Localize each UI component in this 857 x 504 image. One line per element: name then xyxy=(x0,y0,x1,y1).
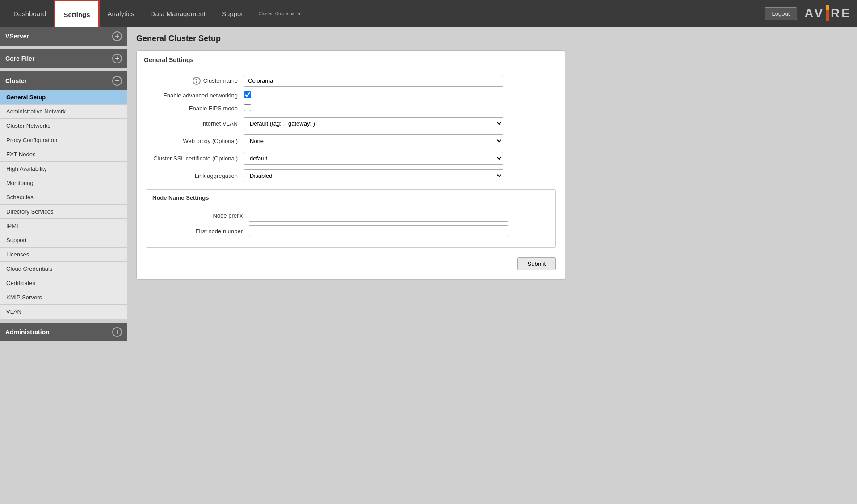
sidebar-item-schedules[interactable]: Schedules xyxy=(0,190,127,205)
sidebar-item-proxy-configuration[interactable]: Proxy Configuration xyxy=(0,133,127,147)
first-node-number-control[interactable] xyxy=(249,225,508,237)
top-bar-right: Logout AV RE xyxy=(765,5,852,21)
sidebar-item-certificates[interactable]: Certificates xyxy=(0,276,127,290)
node-prefix-row: Node prefix xyxy=(151,210,551,222)
administration-label: Administration xyxy=(5,328,50,336)
sidebar-item-cloud-credentials[interactable]: Cloud Credentials xyxy=(0,262,127,276)
sidebar-item-vlan[interactable]: VLAN xyxy=(0,305,127,319)
enable-fips-checkbox[interactable] xyxy=(244,104,251,111)
cluster-name-input[interactable] xyxy=(244,75,503,87)
node-prefix-input[interactable] xyxy=(249,210,508,222)
first-node-number-label: First node number xyxy=(151,228,249,235)
tab-dashboard[interactable]: Dashboard xyxy=(5,0,54,27)
ssl-cert-label: Cluster SSL certificate (Optional) xyxy=(146,155,244,162)
main-content: General Cluster Setup General Settings ?… xyxy=(127,27,857,504)
sidebar-item-support[interactable]: Support xyxy=(0,233,127,248)
cluster-name-help-icon[interactable]: ? xyxy=(193,77,201,85)
enable-advanced-networking-row: Enable advanced networking xyxy=(146,91,556,100)
enable-advanced-networking-label: Enable advanced networking xyxy=(146,92,244,99)
logo-bar xyxy=(826,5,829,21)
sidebar-item-licenses[interactable]: Licenses xyxy=(0,248,127,262)
administration-expand-icon: + xyxy=(112,327,122,337)
sidebar-section-cluster[interactable]: Cluster − xyxy=(0,71,127,90)
general-settings-title: General Settings xyxy=(137,51,565,68)
sidebar-item-cluster-networks[interactable]: Cluster Networks xyxy=(0,119,127,133)
cluster-selector[interactable]: Cluster: Colorama ▼ xyxy=(253,11,307,16)
ssl-cert-select[interactable]: default xyxy=(244,152,503,165)
sidebar-item-general-setup[interactable]: General Setup xyxy=(0,90,127,105)
logo-av: AV xyxy=(804,6,824,21)
enable-fips-control xyxy=(244,104,503,113)
tab-analytics[interactable]: Analytics xyxy=(100,0,143,27)
link-aggregation-control[interactable]: Disabled xyxy=(244,169,503,182)
sidebar-item-monitoring[interactable]: Monitoring xyxy=(0,176,127,190)
sidebar-item-kmip-servers[interactable]: KMIP Servers xyxy=(0,290,127,305)
enable-advanced-networking-checkbox[interactable] xyxy=(244,91,251,98)
sidebar-item-administrative-network[interactable]: Administrative Network xyxy=(0,105,127,119)
sidebar-section-administration[interactable]: Administration + xyxy=(0,323,127,341)
link-aggregation-row: Link aggregation Disabled xyxy=(146,169,556,182)
avere-logo: AV RE xyxy=(804,5,852,21)
node-name-settings-section: Node Name Settings Node prefix First nod… xyxy=(146,189,556,248)
sidebar-item-directory-services[interactable]: Directory Services xyxy=(0,205,127,219)
link-aggregation-label: Link aggregation xyxy=(146,172,244,179)
logo-re: RE xyxy=(831,6,852,21)
internet-vlan-label: Internet VLAN xyxy=(146,120,244,127)
core-filer-expand-icon: + xyxy=(112,54,122,63)
enable-fips-row: Enable FIPS mode xyxy=(146,104,556,113)
logout-button[interactable]: Logout xyxy=(765,7,798,20)
chevron-down-icon: ▼ xyxy=(297,11,302,16)
nav-tabs: Dashboard Settings Analytics Data Manage… xyxy=(5,0,307,28)
ssl-cert-control[interactable]: default xyxy=(244,152,503,165)
web-proxy-row: Web proxy (Optional) None xyxy=(146,134,556,147)
ssl-cert-row: Cluster SSL certificate (Optional) defau… xyxy=(146,152,556,165)
cluster-name-row: ? Cluster name xyxy=(146,75,556,87)
internet-vlan-select[interactable]: Default (tag: -, gateway: ) xyxy=(244,117,503,130)
internet-vlan-row: Internet VLAN Default (tag: -, gateway: … xyxy=(146,117,556,130)
web-proxy-control[interactable]: None xyxy=(244,134,503,147)
vserver-expand-icon: + xyxy=(112,31,122,41)
sidebar: VServer + Core Filer + Cluster − General… xyxy=(0,27,127,504)
node-prefix-label: Node prefix xyxy=(151,212,249,219)
core-filer-label: Core Filer xyxy=(5,55,34,62)
sidebar-section-core-filer[interactable]: Core Filer + xyxy=(0,49,127,68)
page-title: General Cluster Setup xyxy=(136,34,848,43)
sidebar-item-fxt-nodes[interactable]: FXT Nodes xyxy=(0,147,127,162)
submit-row: Submit xyxy=(137,252,565,270)
node-prefix-control[interactable] xyxy=(249,210,508,222)
sidebar-item-high-availability[interactable]: High Availability xyxy=(0,162,127,176)
sidebar-item-ipmi[interactable]: IPMI xyxy=(0,219,127,233)
first-node-number-input[interactable] xyxy=(249,225,508,237)
link-aggregation-select[interactable]: Disabled xyxy=(244,169,503,182)
enable-fips-label: Enable FIPS mode xyxy=(146,105,244,112)
internet-vlan-control[interactable]: Default (tag: -, gateway: ) xyxy=(244,117,503,130)
web-proxy-label: Web proxy (Optional) xyxy=(146,138,244,144)
cluster-selector-label: Cluster: Colorama xyxy=(259,11,295,16)
web-proxy-select[interactable]: None xyxy=(244,134,503,147)
enable-advanced-networking-control xyxy=(244,91,503,100)
node-name-settings-title: Node Name Settings xyxy=(146,190,555,205)
top-bar: Dashboard Settings Analytics Data Manage… xyxy=(0,0,857,27)
submit-button[interactable]: Submit xyxy=(517,257,556,270)
first-node-number-row: First node number xyxy=(151,225,551,237)
cluster-name-field[interactable] xyxy=(244,75,503,87)
vserver-label: VServer xyxy=(5,33,29,40)
tab-support[interactable]: Support xyxy=(214,0,253,27)
cluster-collapse-icon: − xyxy=(112,76,122,86)
tab-data-management[interactable]: Data Management xyxy=(143,0,214,27)
tab-settings[interactable]: Settings xyxy=(54,0,99,28)
main-layout: VServer + Core Filer + Cluster − General… xyxy=(0,27,857,504)
cluster-section-label: Cluster xyxy=(5,77,27,84)
sidebar-section-vserver[interactable]: VServer + xyxy=(0,27,127,46)
cluster-name-label: ? Cluster name xyxy=(146,77,244,85)
form-panel: General Settings ? Cluster name Enable a… xyxy=(136,50,565,280)
